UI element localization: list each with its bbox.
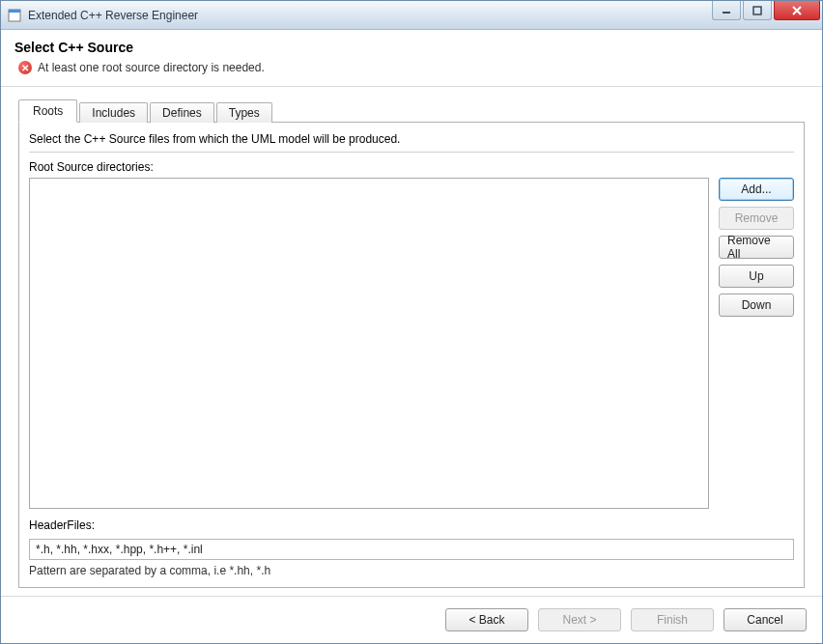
headerfiles-section: HeaderFiles: Pattern are separated by a …: [29, 518, 794, 577]
panel-description: Select the C++ Source files from which t…: [29, 130, 794, 152]
separator: [29, 152, 794, 153]
tab-panel-roots: Select the C++ Source files from which t…: [18, 122, 805, 588]
add-button[interactable]: Add...: [719, 178, 794, 201]
down-button[interactable]: Down: [719, 294, 794, 317]
maximize-button[interactable]: [743, 1, 772, 20]
minimize-button[interactable]: [712, 1, 741, 20]
headerfiles-input[interactable]: [29, 539, 794, 560]
finish-button: Finish: [631, 608, 714, 631]
error-text: At least one root source directory is ne…: [38, 61, 265, 74]
root-dirs-label: Root Source directories:: [29, 160, 794, 174]
root-dirs-listbox[interactable]: [29, 178, 709, 509]
tab-defines[interactable]: Defines: [150, 102, 214, 123]
close-button[interactable]: [774, 1, 820, 20]
svg-rect-3: [753, 7, 761, 14]
app-icon: [7, 8, 22, 23]
titlebar: Extended C++ Reverse Engineer: [1, 1, 822, 30]
page-title: Select C++ Source: [14, 40, 809, 55]
back-button[interactable]: < Back: [445, 608, 528, 631]
remove-all-button[interactable]: Remove All: [719, 236, 794, 259]
wizard-footer: < Back Next > Finish Cancel: [1, 596, 822, 643]
svg-rect-1: [9, 10, 20, 13]
up-button[interactable]: Up: [719, 265, 794, 288]
side-buttons: Add... Remove Remove All Up Down: [719, 178, 794, 509]
wizard-content: Roots Includes Defines Types Select the …: [1, 87, 822, 596]
root-dirs-row: Add... Remove Remove All Up Down: [29, 178, 794, 509]
tab-includes[interactable]: Includes: [79, 102, 148, 123]
cancel-button[interactable]: Cancel: [724, 608, 807, 631]
pattern-hint: Pattern are separated by a comma, i.e *.…: [29, 564, 794, 577]
tab-strip: Roots Includes Defines Types: [18, 98, 805, 122]
remove-button: Remove: [719, 207, 794, 230]
wizard-header: Select C++ Source ✕ At least one root so…: [1, 30, 822, 87]
tab-roots[interactable]: Roots: [18, 99, 77, 123]
error-icon: ✕: [18, 61, 32, 74]
window-title: Extended C++ Reverse Engineer: [28, 9, 710, 22]
next-button: Next >: [538, 608, 621, 631]
headerfiles-label: HeaderFiles:: [29, 518, 794, 532]
validation-message: ✕ At least one root source directory is …: [14, 61, 809, 74]
window-controls: [710, 1, 822, 29]
tab-types[interactable]: Types: [216, 102, 272, 123]
